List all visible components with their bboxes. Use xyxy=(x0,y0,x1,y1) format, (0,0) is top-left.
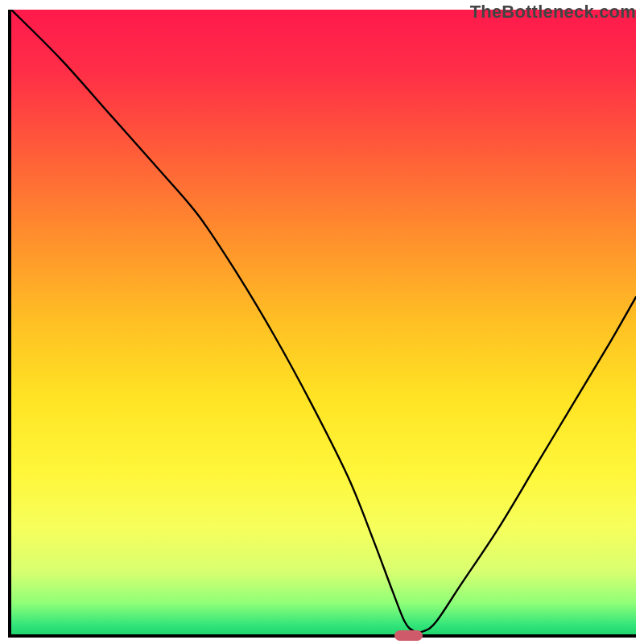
gradient-background xyxy=(11,10,636,634)
plot-area xyxy=(8,10,636,638)
watermark-text: TheBottleneck.com xyxy=(470,2,636,23)
chart-container: TheBottleneck.com xyxy=(0,0,644,644)
plot-svg xyxy=(11,10,636,634)
optimal-marker xyxy=(394,630,423,641)
